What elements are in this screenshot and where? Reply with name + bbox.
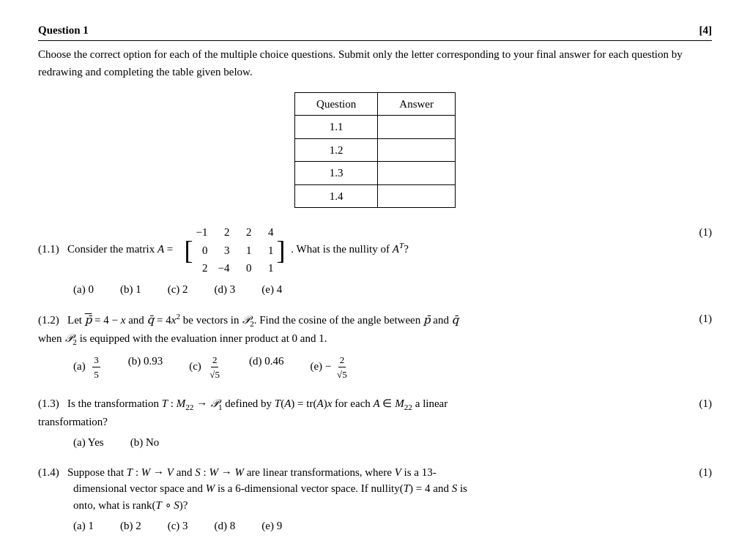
q1-3-marks: (1) [690,395,712,412]
q1-3-text: (1.3) Is the transformation T : M22 → 𝒫1… [38,395,690,430]
q1-1-label: (1.1) [38,243,59,255]
q1-1-options: (a) 0 (b) 1 (c) 2 (d) 3 (e) 4 [73,281,712,298]
m12: 1 [240,242,252,259]
q1-4-marks: (1) [690,464,712,481]
sub-question-1-3: (1.3) Is the transformation T : M22 → 𝒫1… [38,395,712,451]
denominator: √5 [335,367,349,382]
m01: 2 [218,224,230,241]
fraction-3-5: 3 5 [92,353,100,382]
m02: 2 [240,224,252,241]
table-cell-q2: 1.2 [295,138,378,162]
option-d: (d) 8 [215,518,236,534]
q1-1-text: Consider the matrix A = [67,243,173,255]
q1-1-marks: (1) [690,224,712,241]
q1-2-row: (1.2) Let p̄ = 4 − x and q̄ = 4x2 be vec… [38,310,712,348]
q1-1-AT: AT [393,243,404,255]
table-cell-q1: 1.1 [295,116,378,139]
option-a: (a) Yes [73,434,104,451]
q1-1-text: (1.1) Consider the matrix A = [ −1 2 2 4… [38,224,690,277]
page: Question 1 [4] Choose the correct option… [38,22,712,534]
matrix-A: [ −1 2 2 4 0 3 1 1 2 −4 0 1 [185,224,286,277]
option-d: (d) 3 [215,281,236,298]
q1-2-content: Let p̄ = 4 − x and q̄ = 4x2 be vectors i… [38,314,458,344]
q1-3-content: Is the transformation T : M22 → 𝒫1 defin… [38,397,448,428]
m23: 1 [262,260,274,277]
question-marks: [4] [699,22,713,39]
fraction-2-sqrt5: 2 √5 [208,353,221,382]
table-cell-q3: 1.3 [295,162,378,185]
denominator: √5 [208,367,221,382]
q-bar: q̄ [147,314,155,326]
option-e: (e) − 2 √5 [310,353,349,382]
answer-table-wrap: Question Answer 1.1 1.2 1.3 1.4 [38,92,712,209]
option-c: (c) 2 √5 [189,353,223,382]
bracket-right: ] [277,237,286,264]
m10: 0 [196,242,208,259]
numerator: 3 [92,353,100,368]
option-a: (a) 3 5 [73,353,102,382]
option-a: (a) 0 [73,281,94,298]
table-row: 1.1 [295,116,456,139]
m22: 0 [240,260,252,277]
option-b: (b) No [130,434,160,451]
numerator: 2 [338,353,346,368]
numerator: 2 [211,353,219,368]
p-bar: p̄ [85,314,92,326]
option-b: (b) 2 [120,518,141,534]
q1-1-var: A [157,243,164,255]
denominator: 5 [92,367,100,382]
question-title: Question 1 [38,22,89,39]
table-col-question: Question [295,92,378,116]
option-d: (d) 0.46 [249,353,284,382]
bracket-left: [ [185,237,193,264]
table-cell-a1 [378,116,456,139]
m11: 3 [218,242,230,259]
q1-3-label: (1.3) [38,397,59,409]
q1-2-text: (1.2) Let p̄ = 4 − x and q̄ = 4x2 be vec… [38,310,690,348]
q1-1-question: . What is the nullity of AT? [291,243,409,255]
m03: 4 [262,224,274,241]
option-a: (a) 1 [73,518,94,534]
q1-1-row: (1.1) Consider the matrix A = [ −1 2 2 4… [38,224,712,277]
table-row: 1.2 [295,138,456,162]
intro-text: Choose the correct option for each of th… [38,45,712,81]
q1-4-options: (a) 1 (b) 2 (c) 3 (d) 8 (e) 9 [73,518,712,534]
table-cell-a2 [378,138,456,162]
table-row: 1.3 [295,162,456,185]
q1-4-label: (1.4) [38,466,59,478]
table-cell-a3 [378,162,456,185]
m00: −1 [196,224,208,241]
option-e: (e) 9 [261,518,282,534]
q1-4-content: Suppose that T : W → V and S : W → W are… [38,466,467,511]
q1-2-options: (a) 3 5 (b) 0.93 (c) 2 √5 (d) 0.46 (e) −… [73,353,712,382]
fraction-neg-2-sqrt5: 2 √5 [335,353,349,382]
table-cell-q4: 1.4 [295,184,378,208]
option-c: (c) 3 [168,518,188,534]
option-c: (c) 2 [168,281,188,298]
q1-2-marks: (1) [690,310,712,327]
sub-question-1-2: (1.2) Let p̄ = 4 − x and q̄ = 4x2 be vec… [38,310,712,382]
m13: 1 [262,242,274,259]
question-header: Question 1 [4] [38,22,712,41]
q1-3-options: (a) Yes (b) No [73,434,712,451]
table-row: 1.4 [295,184,456,208]
option-b: (b) 0.93 [128,353,163,382]
q1-4-row: (1.4) Suppose that T : W → V and S : W →… [38,464,712,514]
sub-question-1-4: (1.4) Suppose that T : W → V and S : W →… [38,464,712,534]
m20: 2 [196,260,208,277]
q1-4-text: (1.4) Suppose that T : W → V and S : W →… [38,464,690,514]
q1-2-label: (1.2) [38,314,59,326]
matrix-grid: −1 2 2 4 0 3 1 1 2 −4 0 1 [193,224,277,277]
table-cell-a4 [378,184,456,208]
option-e: (e) 4 [261,281,282,298]
sub-question-1-1: (1.1) Consider the matrix A = [ −1 2 2 4… [38,224,712,297]
answer-table: Question Answer 1.1 1.2 1.3 1.4 [294,92,456,209]
q1-3-row: (1.3) Is the transformation T : M22 → 𝒫1… [38,395,712,430]
m21: −4 [218,260,230,277]
table-col-answer: Answer [378,92,456,116]
option-b: (b) 1 [120,281,141,298]
